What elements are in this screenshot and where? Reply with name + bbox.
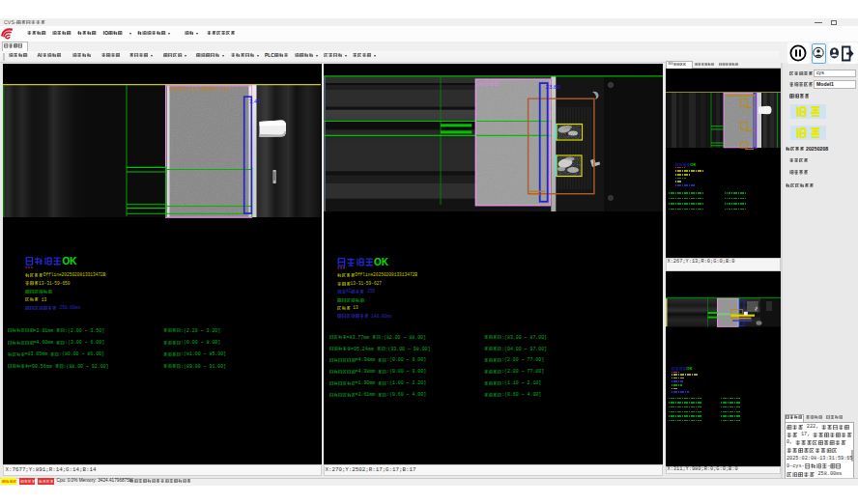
- svg-text::93,: :93,: [187, 87, 199, 93]
- svg-text:23.80: 23.80: [545, 83, 560, 90]
- svg-text:3.40: 3.40: [249, 98, 261, 104]
- svg-text::100: :100: [218, 87, 230, 93]
- svg-text:AI: AI: [477, 81, 483, 87]
